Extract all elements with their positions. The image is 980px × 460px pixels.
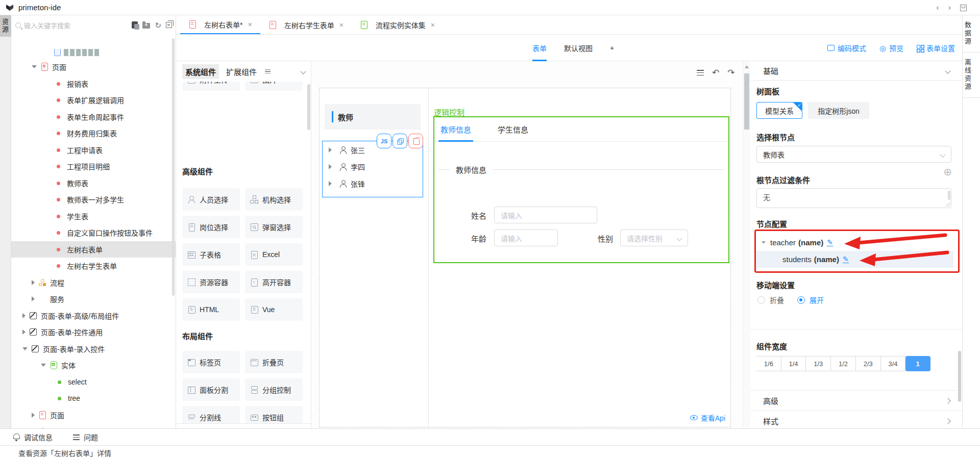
tab-datasource[interactable]: 数据源 — [963, 15, 980, 53]
palette-item[interactable]: 面板分割 — [182, 378, 240, 401]
width-option[interactable]: 2/3 — [856, 356, 881, 371]
tree-item[interactable]: select — [11, 374, 176, 391]
palette-tab-extension[interactable]: 扩展组件 — [226, 66, 257, 77]
editor-tab[interactable]: 左树右学生表单 × — [260, 15, 352, 34]
chevron-down-icon[interactable] — [945, 68, 950, 73]
root-container[interactable]: 教师 JS 张三 — [319, 88, 731, 427]
form-tab[interactable]: 教师信息 — [440, 117, 471, 141]
tab-form[interactable]: 表单 — [532, 35, 547, 61]
palette-item[interactable]: 人员选择 — [182, 188, 240, 211]
search-input[interactable]: 输入关键字搜索 — [15, 18, 129, 32]
age-input[interactable]: 请输入 — [494, 229, 558, 246]
outline-footer[interactable]: 大纲 i — [176, 423, 311, 428]
new-folder-icon[interactable] — [142, 23, 150, 29]
tree-item[interactable]: 实体 — [11, 357, 176, 374]
props-section-basic[interactable]: 基础 — [750, 61, 962, 81]
resize-handle-icon[interactable] — [946, 202, 950, 207]
palette-item[interactable]: Vue — [245, 298, 303, 321]
add-view-button[interactable]: + — [610, 44, 614, 52]
palette-item[interactable]: 子表格 — [182, 243, 240, 266]
palette-item[interactable]: 分组控制 — [245, 378, 303, 401]
model-relation-button[interactable]: 模型关系 ✓ — [756, 102, 802, 119]
tree-caret-icon[interactable] — [22, 313, 26, 318]
palette-item[interactable]: 资源容器 — [182, 271, 240, 293]
teacher-tree-node[interactable]: 李四 — [323, 158, 423, 175]
redo-icon[interactable]: ↷ — [727, 68, 734, 77]
palette-item[interactable]: Excel — [245, 243, 303, 266]
tree-item[interactable]: 表单生命周起事件 — [11, 109, 176, 125]
tab-close-icon[interactable]: × — [431, 21, 435, 29]
tree-item[interactable]: tree — [11, 390, 176, 407]
preview-button[interactable]: ◎预览 — [879, 43, 903, 53]
form-tab[interactable]: 学生信息 — [498, 117, 528, 141]
node-caret-icon[interactable] — [329, 147, 332, 152]
width-option[interactable]: 1 — [905, 356, 930, 371]
tree-item[interactable]: 左树右表单 — [11, 241, 176, 258]
editor-tab[interactable]: 左树右表单* × — [180, 15, 260, 34]
props-scrollbar[interactable] — [958, 351, 961, 402]
scroll-up-icon[interactable] — [745, 65, 749, 68]
code-mode-button[interactable]: 编码模式 — [827, 43, 866, 53]
tree-panel-header[interactable]: 教师 — [325, 104, 421, 130]
logic-control-container[interactable]: 教师信息学生信息 教师信息 姓名 请输入 年龄 请输入 性别 请选择性别 — [433, 116, 729, 263]
tree-item[interactable]: 页面 — [11, 59, 176, 75]
width-option[interactable]: 1/3 — [806, 356, 831, 371]
width-option[interactable]: 3/4 — [881, 356, 906, 371]
radio-fold[interactable]: 折叠 — [757, 295, 784, 305]
add-filter-icon[interactable]: ⊕ — [943, 167, 952, 177]
filter-textarea[interactable]: 无 — [756, 188, 951, 208]
palette-item[interactable]: 弹窗选择 — [245, 216, 303, 238]
section-style[interactable]: 样式 — [750, 411, 962, 428]
editor-tab[interactable]: 流程实例实体集 × — [352, 15, 443, 34]
width-option[interactable]: 1/4 — [781, 356, 806, 371]
problems-button[interactable]: 问题 — [73, 432, 98, 442]
tree-caret-icon[interactable] — [22, 347, 28, 350]
tree-caret-icon[interactable] — [32, 296, 35, 301]
palette-item[interactable]: 标签页 — [182, 351, 240, 373]
textarea-scrollbar[interactable] — [948, 191, 950, 200]
palette-menu-icon[interactable] — [265, 69, 271, 73]
node-caret-icon[interactable] — [329, 164, 332, 169]
delete-button[interactable] — [408, 134, 423, 148]
tree-item[interactable]: 流程 — [11, 274, 176, 291]
palette-item[interactable]: 机构选择 — [245, 188, 303, 211]
tree-item[interactable]: 财务费用归集表 — [11, 125, 176, 142]
node-caret-icon[interactable] — [329, 181, 332, 186]
tab-close-icon[interactable]: × — [248, 20, 252, 29]
palette-tab-system[interactable]: 系统组件 — [182, 64, 219, 79]
tree-caret-icon[interactable] — [41, 364, 46, 367]
canvas-scrollbar[interactable] — [743, 61, 750, 428]
palette-item[interactable]: 岗位选择 — [182, 216, 240, 238]
tree-item[interactable]: 工程项目明细 — [11, 158, 176, 175]
tab-default-view[interactable]: 默认视图 — [564, 43, 593, 53]
tree-item[interactable]: 服务 — [11, 291, 176, 308]
tree-item[interactable]: 页面 — [11, 407, 176, 424]
outline-tree-icon[interactable] — [697, 70, 704, 75]
activity-tab-resources[interactable]: 资源 — [0, 15, 11, 37]
palette-item[interactable]: HTML — [182, 298, 240, 321]
palette-item[interactable]: 高开容器 — [245, 271, 303, 293]
nav-forward-icon[interactable]: › — [948, 3, 951, 12]
width-option[interactable]: 1/6 — [756, 356, 781, 371]
tree-caret-icon[interactable] — [32, 65, 37, 68]
scroll-thumb[interactable] — [744, 73, 749, 130]
tree-item[interactable]: 学生表 — [11, 208, 176, 225]
tree-caret-icon[interactable] — [32, 413, 35, 418]
tree-caret-icon[interactable] — [32, 280, 35, 285]
tree-item[interactable]: 页面-表单-高级/布局组件 — [11, 308, 176, 324]
chevron-down-icon[interactable] — [300, 68, 306, 74]
tree-item[interactable]: 教师表 — [11, 175, 176, 192]
tree-item[interactable]: 报销表 — [11, 75, 176, 92]
view-api-link[interactable]: 查看Api — [690, 413, 725, 423]
nav-back-icon[interactable]: ‹ — [936, 3, 939, 12]
palette-item[interactable]: 图片 — [245, 82, 303, 91]
tree-item[interactable]: 教师表一对多学生 — [11, 191, 176, 208]
tree-item[interactable]: 左树右学生表单 — [11, 258, 176, 274]
locate-file-icon[interactable] — [132, 21, 138, 29]
gender-select[interactable]: 请选择性别 — [620, 229, 688, 246]
refresh-icon[interactable]: ↻ — [155, 21, 161, 29]
js-logic-button[interactable]: JS — [377, 134, 391, 148]
sidebar-scrollbar[interactable] — [172, 38, 175, 296]
form-settings-button[interactable]: 表单设置 — [917, 43, 955, 53]
name-input[interactable]: 请输入 — [494, 207, 597, 223]
